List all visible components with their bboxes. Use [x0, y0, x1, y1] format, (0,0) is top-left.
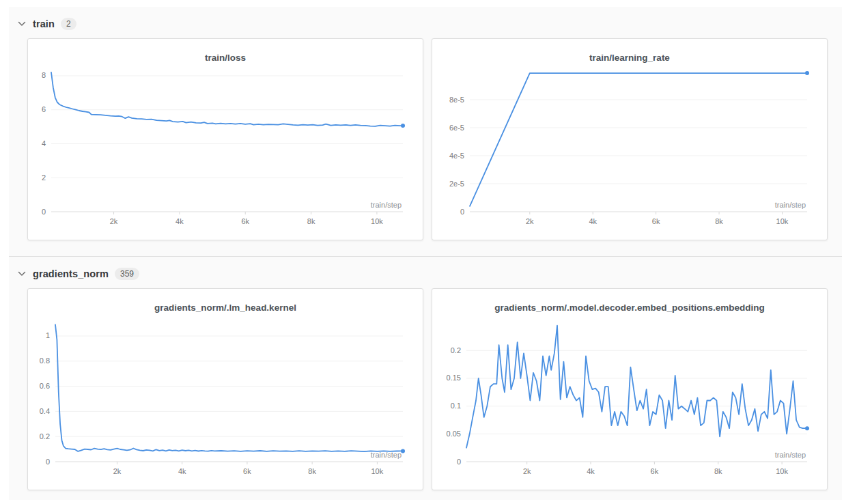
svg-text:6e-5: 6e-5: [449, 124, 464, 132]
chart-panel[interactable]: gradients_norm/.lm_head.kernel00.20.40.6…: [27, 288, 423, 490]
svg-text:1: 1: [46, 331, 50, 339]
svg-text:6k: 6k: [652, 217, 660, 225]
metric-line: [51, 72, 403, 126]
svg-text:0: 0: [457, 458, 461, 466]
svg-text:10k: 10k: [371, 217, 383, 225]
end-point-dot: [401, 124, 405, 128]
section-count-badge: 359: [115, 268, 139, 280]
svg-text:0.05: 0.05: [447, 430, 461, 438]
x-axis-label: train/step: [371, 451, 402, 459]
svg-text:0: 0: [460, 208, 464, 216]
chart-area: 00.050.10.150.22k4k6k8k10ktrain/step: [432, 318, 827, 490]
chart-title: gradients_norm/.model.decoder.embed_posi…: [432, 303, 827, 315]
end-point-dot: [401, 449, 405, 453]
metric-line: [466, 326, 807, 448]
svg-text:0.8: 0.8: [40, 356, 50, 365]
svg-text:4k: 4k: [178, 467, 186, 475]
svg-text:4: 4: [42, 139, 46, 148]
svg-text:2k: 2k: [110, 217, 118, 225]
chart-area: 02e-54e-56e-58e-52k4k6k8k10ktrain/step: [432, 68, 827, 240]
svg-text:8k: 8k: [715, 217, 723, 225]
svg-text:10k: 10k: [776, 467, 788, 475]
svg-text:8k: 8k: [307, 217, 315, 225]
svg-text:0: 0: [46, 458, 50, 466]
svg-text:2k: 2k: [523, 467, 531, 475]
svg-text:6k: 6k: [241, 217, 249, 225]
end-point-dot: [805, 426, 809, 430]
svg-text:0.15: 0.15: [447, 374, 461, 382]
dashboard-content: train 2 train/loss024682k4k6k8k10ktrain/…: [9, 7, 842, 500]
chart-area: 00.20.40.60.812k4k6k8k10ktrain/step: [28, 318, 423, 490]
svg-text:6k: 6k: [651, 467, 659, 475]
chevron-down-icon[interactable]: [17, 271, 27, 277]
end-point-dot: [805, 71, 809, 75]
line-chart-svg: 024682k4k6k8k10ktrain/step: [28, 68, 423, 240]
svg-text:8k: 8k: [714, 467, 722, 475]
panels-grid-train: train/loss024682k4k6k8k10ktrain/steptrai…: [9, 38, 842, 240]
svg-text:4e-5: 4e-5: [449, 152, 464, 160]
section-header-gradients-norm[interactable]: gradients_norm 359: [17, 266, 139, 282]
svg-text:4k: 4k: [589, 217, 597, 225]
svg-text:0.1: 0.1: [451, 402, 461, 410]
chevron-down-icon[interactable]: [17, 21, 27, 27]
section-gradients-norm: gradients_norm 359 gradients_norm/.lm_he…: [9, 257, 842, 490]
x-axis-label: train/step: [371, 201, 402, 209]
chart-title: train/loss: [28, 53, 423, 65]
line-chart-svg: 00.050.10.150.22k4k6k8k10ktrain/step: [432, 318, 827, 490]
svg-text:6: 6: [42, 105, 46, 113]
svg-text:2k: 2k: [113, 467, 122, 475]
section-train: train 2 train/loss024682k4k6k8k10ktrain/…: [9, 7, 842, 240]
line-chart-svg: 00.20.40.60.812k4k6k8k10ktrain/step: [28, 318, 423, 490]
chart-panel[interactable]: gradients_norm/.model.decoder.embed_posi…: [432, 288, 828, 490]
svg-text:8: 8: [42, 71, 46, 79]
svg-text:2k: 2k: [526, 217, 534, 225]
svg-text:2: 2: [42, 173, 46, 182]
svg-text:0.6: 0.6: [40, 382, 50, 390]
line-chart-svg: 02e-54e-56e-58e-52k4k6k8k10ktrain/step: [432, 68, 827, 240]
svg-text:0.4: 0.4: [40, 407, 50, 415]
x-axis-label: train/step: [775, 451, 806, 459]
svg-text:2e-5: 2e-5: [449, 180, 464, 188]
svg-text:4k: 4k: [175, 217, 184, 225]
section-title: gradients_norm: [33, 268, 109, 279]
metric-line: [55, 324, 403, 451]
svg-text:0.2: 0.2: [40, 432, 50, 440]
metric-line: [470, 73, 807, 206]
svg-text:8e-5: 8e-5: [449, 96, 464, 104]
svg-text:10k: 10k: [371, 467, 384, 475]
svg-text:6k: 6k: [243, 467, 251, 475]
svg-text:0: 0: [42, 208, 46, 216]
section-header-train[interactable]: train 2: [17, 16, 76, 32]
chart-panel[interactable]: train/learning_rate02e-54e-56e-58e-52k4k…: [432, 38, 828, 240]
chart-panel[interactable]: train/loss024682k4k6k8k10ktrain/step: [27, 38, 423, 240]
chart-area: 024682k4k6k8k10ktrain/step: [28, 68, 423, 240]
section-count-badge: 2: [61, 18, 76, 30]
panels-grid-gradients-norm: gradients_norm/.lm_head.kernel00.20.40.6…: [9, 288, 842, 490]
svg-text:8k: 8k: [308, 467, 316, 475]
svg-text:0.2: 0.2: [451, 346, 461, 354]
x-axis-label: train/step: [775, 201, 806, 209]
chart-title: train/learning_rate: [432, 53, 827, 65]
section-title: train: [33, 18, 55, 29]
svg-text:4k: 4k: [587, 467, 595, 475]
svg-text:10k: 10k: [776, 217, 789, 225]
chart-title: gradients_norm/.lm_head.kernel: [28, 303, 423, 315]
